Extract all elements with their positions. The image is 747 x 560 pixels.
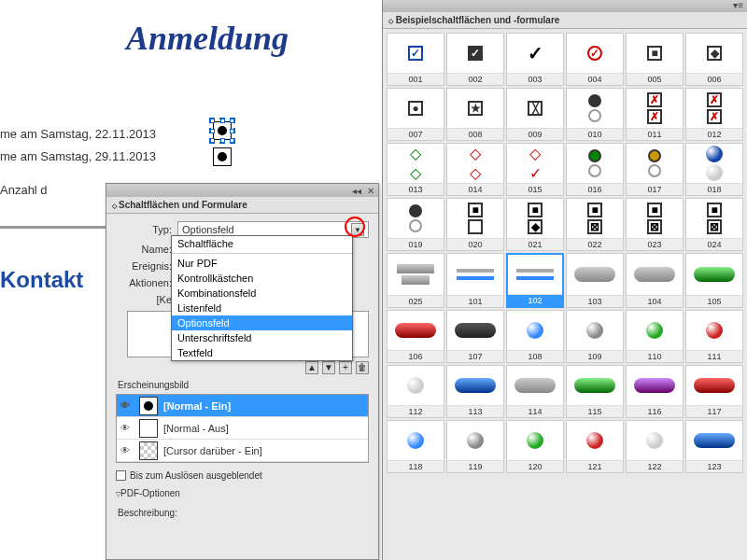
typ-label: Typ: — [116, 224, 172, 235]
library-item-017[interactable]: 017 — [626, 143, 684, 196]
appearance-list[interactable]: 👁[Normal - Ein]👁[Normal - Aus]👁[Cursor d… — [116, 394, 369, 463]
visibility-icon[interactable]: 👁 — [117, 445, 134, 455]
library-item-122[interactable]: 122 — [626, 420, 684, 473]
library-item-108[interactable]: 108 — [506, 310, 564, 363]
library-item-103[interactable]: 103 — [566, 253, 624, 308]
library-item-019[interactable]: 019 — [387, 198, 444, 251]
library-item-121[interactable]: 121 — [566, 420, 624, 473]
library-item-012[interactable]: ✗✗012 — [685, 88, 743, 141]
library-item-115[interactable]: 115 — [566, 365, 624, 418]
library-item-caption: 113 — [447, 405, 503, 417]
dropdown-item[interactable]: Kontrollkästchen — [172, 271, 352, 286]
library-item-101[interactable]: 101 — [446, 253, 504, 308]
library-item-005[interactable]: ■005 — [626, 33, 684, 86]
panel-header[interactable]: ◂◂ ✕ — [106, 184, 378, 197]
library-item-022[interactable]: ■⊠022 — [566, 198, 624, 251]
library-item-014[interactable]: ◇◇014 — [446, 143, 504, 196]
library-item-025[interactable]: 025 — [387, 253, 444, 308]
dropdown-item[interactable]: Kombinationsfeld — [172, 286, 352, 301]
library-item-010[interactable]: 010 — [566, 88, 624, 141]
state-swatch — [139, 397, 158, 415]
typ-dropdown-list[interactable]: SchaltflächeNur PDFKontrollkästchenKombi… — [171, 235, 353, 361]
library-item-caption: 111 — [686, 350, 742, 362]
panel-tab[interactable]: ◇Schaltflächen und Formulare — [106, 197, 378, 214]
dropdown-item[interactable]: Nur PDF — [172, 256, 352, 271]
library-item-caption: 116 — [627, 405, 683, 417]
library-item-015[interactable]: ◇✓015 — [506, 143, 564, 196]
library-item-111[interactable]: 111 — [685, 310, 743, 363]
radio-field-selected[interactable] — [213, 121, 232, 140]
hide-until-trigger-row[interactable]: Bis zum Auslösen ausgeblendet — [116, 470, 369, 481]
dropdown-item[interactable]: Schaltfläche — [172, 236, 352, 251]
dropdown-item[interactable]: Textfeld — [172, 345, 352, 360]
library-item-110[interactable]: 110 — [626, 310, 684, 363]
library-item-caption: 006 — [686, 73, 742, 85]
library-item-013[interactable]: ◇◇013 — [387, 143, 444, 196]
library-item-024[interactable]: ■⊠024 — [685, 198, 743, 251]
library-item-002[interactable]: ✓002 — [446, 33, 504, 86]
library-item-caption: 014 — [447, 183, 503, 195]
library-item-caption: 021 — [507, 238, 563, 250]
appearance-row[interactable]: 👁[Normal - Ein] — [117, 395, 368, 417]
library-item-107[interactable]: 107 — [446, 310, 504, 363]
library-item-004[interactable]: ✓004 — [566, 33, 624, 86]
library-item-003[interactable]: ✓003 — [506, 33, 564, 86]
library-item-caption: 001 — [388, 73, 444, 85]
library-item-114[interactable]: 114 — [506, 365, 564, 418]
library-item-119[interactable]: 119 — [446, 420, 504, 473]
library-item-caption: 105 — [686, 295, 742, 307]
library-item-020[interactable]: ■020 — [446, 198, 504, 251]
kontakt-heading: Kontakt — [0, 267, 83, 293]
add-button[interactable]: + — [339, 361, 352, 374]
library-item-008[interactable]: ★008 — [446, 88, 504, 141]
panel-collapse-icon[interactable]: ◂◂ — [352, 186, 361, 196]
dropdown-item[interactable]: Listenfeld — [172, 301, 352, 315]
library-item-caption: 009 — [507, 128, 563, 140]
description-label: Beschreibung: — [118, 508, 369, 518]
pdf-options-toggle[interactable]: ▽PDF-Optionen — [116, 488, 369, 498]
library-item-018[interactable]: 018 — [685, 143, 743, 196]
library-item-caption: 013 — [388, 183, 444, 195]
dropdown-arrow-icon[interactable]: ▼ — [351, 223, 364, 236]
visibility-icon[interactable]: 👁 — [117, 423, 134, 433]
library-item-caption: 012 — [686, 128, 742, 140]
library-item-009[interactable]: ╳009 — [506, 88, 564, 141]
appearance-row[interactable]: 👁[Cursor darüber - Ein] — [117, 440, 368, 462]
appearance-row[interactable]: 👁[Normal - Aus] — [117, 417, 368, 440]
library-item-006[interactable]: ◆006 — [685, 33, 743, 86]
library-item-016[interactable]: 016 — [566, 143, 624, 196]
delete-button[interactable]: 🗑 — [356, 361, 369, 374]
panel-close-icon[interactable]: ✕ — [367, 186, 374, 196]
library-item-118[interactable]: 118 — [387, 420, 444, 473]
library-item-102[interactable]: 102 — [506, 253, 564, 308]
dropdown-item[interactable]: Unterschriftsfeld — [172, 330, 352, 345]
library-item-106[interactable]: 106 — [387, 310, 444, 363]
radio-field-2[interactable] — [213, 147, 232, 166]
library-item-104[interactable]: 104 — [626, 253, 684, 308]
library-item-011[interactable]: ✗✗011 — [626, 88, 684, 141]
library-item-105[interactable]: 105 — [685, 253, 743, 308]
library-item-caption: 120 — [507, 460, 563, 472]
panel-menu-icon[interactable]: ▾≡ — [733, 0, 743, 12]
library-item-112[interactable]: 112 — [387, 365, 444, 418]
library-item-109[interactable]: 109 — [566, 310, 624, 363]
visibility-icon[interactable]: 👁 — [117, 400, 134, 411]
library-item-021[interactable]: ■◆021 — [506, 198, 564, 251]
dropdown-item[interactable]: Optionsfeld — [172, 315, 352, 330]
library-item-123[interactable]: 123 — [685, 420, 743, 473]
library-tab[interactable]: ◇ Beispielschaltflächen und -formulare — [383, 12, 747, 29]
library-item-caption: 109 — [567, 350, 623, 362]
library-item-120[interactable]: 120 — [506, 420, 564, 473]
library-item-116[interactable]: 116 — [626, 365, 684, 418]
move-down-button[interactable]: ▼ — [322, 361, 335, 374]
checkbox-icon[interactable] — [116, 470, 126, 481]
library-item-023[interactable]: ■⊠023 — [626, 198, 684, 251]
library-item-113[interactable]: 113 — [446, 365, 504, 418]
move-up-button[interactable]: ▲ — [305, 361, 318, 374]
library-item-001[interactable]: ✓001 — [387, 33, 444, 86]
library-item-caption: 019 — [388, 238, 444, 250]
library-item-caption: 020 — [447, 238, 503, 250]
library-item-117[interactable]: 117 — [685, 365, 743, 418]
library-header[interactable]: ▾≡ — [383, 0, 747, 12]
library-item-007[interactable]: ●007 — [387, 88, 444, 141]
